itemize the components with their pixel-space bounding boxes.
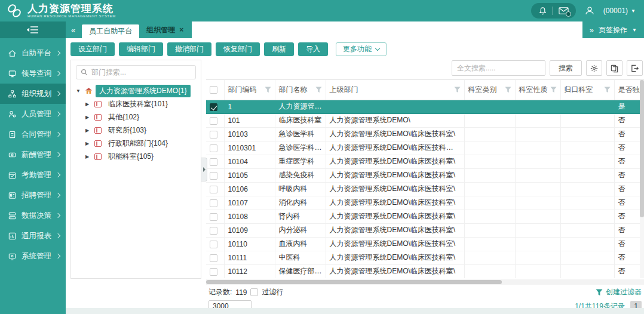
row-checkbox[interactable] <box>210 172 217 180</box>
fulltext-search-input[interactable] <box>452 60 545 76</box>
sidebar-item-contract[interactable]: 合同管理 <box>0 124 66 144</box>
col-dept-category[interactable]: 科室类别 <box>464 80 515 100</box>
caret-down-icon[interactable]: ▼ <box>76 88 82 94</box>
col-dept-code[interactable]: 部门编码 <box>224 80 275 100</box>
col-dept-nature[interactable]: 科室性质 <box>515 80 560 100</box>
row-checkbox[interactable] <box>210 186 217 193</box>
filter-funnel-icon[interactable] <box>550 87 557 93</box>
edit-dept-button[interactable]: 编辑部门 <box>119 42 163 56</box>
sidebar-item-leader-query[interactable]: 领导查询 <box>0 63 66 84</box>
table-row[interactable]: 10112 保健医疗部/老... 人力资源管理系统DEMO\临床医技科室\ 否 <box>206 264 644 278</box>
table-row[interactable]: 10104 重症医学科 人力资源管理系统DEMO\临床医技科室\ 否 <box>206 155 644 168</box>
horizontal-scrollbar-thumb[interactable] <box>206 280 502 284</box>
vertical-scrollbar-thumb[interactable] <box>640 80 644 217</box>
tabs-overflow-icon[interactable]: » <box>590 26 594 35</box>
refresh-button[interactable]: 刷新 <box>264 42 294 56</box>
table-row[interactable]: 1 人力资源管理... 是 <box>206 100 644 113</box>
caret-right-icon[interactable]: ▶ <box>85 128 91 133</box>
import-button[interactable]: 导入 <box>298 42 328 56</box>
tree-node-institute[interactable]: ▶ 研究所{103} <box>71 124 201 137</box>
row-checkbox[interactable] <box>210 268 217 276</box>
filter-funnel-icon[interactable] <box>604 87 611 93</box>
row-checkbox[interactable] <box>210 103 217 111</box>
user-icon[interactable] <box>584 5 595 16</box>
app-title: 人力资源管理系统 <box>27 4 116 14</box>
tab-organization-management[interactable]: 组织管理 × <box>144 23 186 36</box>
caret-right-icon[interactable]: ▶ <box>85 115 91 120</box>
sidebar-item-data-decision[interactable]: 数据决策 <box>0 205 66 226</box>
export-button[interactable] <box>627 60 643 76</box>
table-row[interactable]: 10110 血液内科 人力资源管理系统DEMO\临床医技科室\ 否 <box>206 237 644 251</box>
sidebar-item-attendance[interactable]: 考勤管理 <box>0 165 66 185</box>
tree-node-admin[interactable]: ▶ 行政职能部门{104} <box>71 137 201 150</box>
more-functions-button[interactable]: 更多功能 <box>336 42 387 56</box>
row-checkbox[interactable] <box>210 213 217 221</box>
col-parent-dept[interactable]: 上级部门 <box>326 80 464 100</box>
dept-search-input[interactable] <box>91 68 191 76</box>
table-row[interactable]: 10106 呼吸内科 人力资源管理系统DEMO\临床医技科室\ 否 <box>206 182 644 196</box>
home-icon <box>8 49 17 58</box>
tree-node-functional[interactable]: ▶ 职能科室{105} <box>71 150 201 163</box>
row-checkbox[interactable] <box>210 117 217 125</box>
cell-nature <box>515 210 560 223</box>
table-row[interactable]: 10103 急诊医学科 人力资源管理系统DEMO\临床医技科室\ 否 <box>206 127 644 141</box>
copy-button[interactable] <box>606 60 622 76</box>
row-checkbox[interactable] <box>210 131 217 138</box>
filter-funnel-icon[interactable] <box>265 87 271 93</box>
close-icon[interactable]: × <box>179 26 183 34</box>
revoke-dept-button[interactable]: 撤消部门 <box>167 42 211 56</box>
col-dept-name[interactable]: 部门名称 <box>275 80 326 100</box>
tab-employee-self-service[interactable]: 员工自助平台 <box>82 24 139 38</box>
row-checkbox[interactable] <box>210 241 217 248</box>
tabs-scroll-left-icon[interactable]: « <box>69 26 77 35</box>
row-checkbox[interactable] <box>210 254 217 262</box>
caret-right-icon[interactable]: ▶ <box>85 101 91 107</box>
row-checkbox[interactable] <box>210 158 217 166</box>
table-row[interactable]: 10109 内分泌科 人力资源管理系统DEMO\临床医技科室\ 否 <box>206 223 644 237</box>
table-row[interactable]: 10111 中医科 人力资源管理系统DEMO\临床医技科室\ 否 <box>206 251 644 264</box>
row-checkbox[interactable] <box>210 199 217 207</box>
grid-footer-row1: 记录数: 119 过滤行 创建过滤器 <box>206 285 644 299</box>
cell-name: 呼吸内科 <box>275 182 326 196</box>
row-checkbox[interactable] <box>210 227 217 235</box>
restore-dept-button[interactable]: 恢复部门 <box>216 42 260 56</box>
sidebar-item-self-service[interactable]: 自助平台 <box>0 43 66 63</box>
table-row[interactable]: 1010301 急诊医学科(鉴... 人力资源管理系统DEMO\临床医技科室\急… <box>206 141 644 155</box>
cell-code: 10103 <box>224 127 275 141</box>
col-belong-dept[interactable]: 归口科室 <box>560 80 614 100</box>
sidebar-collapse-button[interactable] <box>0 21 66 38</box>
tab-actions-button[interactable]: 页签操作 <box>599 25 627 35</box>
search-button[interactable]: 搜索 <box>550 60 582 76</box>
table-row[interactable]: 101 临床医技科室 人力资源管理系统DEMO\ 否 <box>206 113 644 127</box>
tree-node-clinical[interactable]: ▶ 临床医技科室{101} <box>71 97 201 110</box>
create-dept-button[interactable]: 设立部门 <box>70 42 115 56</box>
sidebar-item-personnel[interactable]: 人员管理 <box>0 104 66 124</box>
filter-row-checkbox[interactable] <box>250 288 258 296</box>
cell-select <box>206 182 224 196</box>
user-dropdown[interactable]: (00001) ▼ <box>603 7 636 15</box>
sidebar-item-org-planning[interactable]: 组织规划 <box>0 84 66 104</box>
tree-node-root[interactable]: ▼ 人力资源管理系统DEMO{1} <box>71 84 201 97</box>
sidebar-item-salary[interactable]: 薪酬管理 <box>0 144 66 165</box>
caret-right-icon[interactable]: ▶ <box>85 141 91 146</box>
bell-icon[interactable] <box>538 7 547 16</box>
mail-icon[interactable] <box>559 7 569 15</box>
filter-funnel-icon[interactable] <box>454 87 461 93</box>
select-all-checkbox[interactable] <box>210 86 217 94</box>
create-filter-button[interactable]: 创建过滤器 <box>596 287 642 297</box>
caret-right-icon[interactable]: ▶ <box>85 154 91 159</box>
sidebar-item-system[interactable]: 系统管理 <box>0 246 66 266</box>
filter-funnel-icon[interactable] <box>315 87 322 93</box>
chevron-right-icon <box>56 254 60 258</box>
cell-code: 10106 <box>224 182 275 196</box>
chevron-right-icon <box>56 193 60 198</box>
filter-funnel-icon[interactable] <box>505 87 511 93</box>
table-row[interactable]: 10105 感染免疫科 人力资源管理系统DEMO\临床医技科室\ 否 <box>206 168 644 182</box>
row-checkbox[interactable] <box>210 144 217 152</box>
sidebar-item-reports[interactable]: 通用报表 <box>0 226 66 246</box>
table-row[interactable]: 10108 肾内科 人力资源管理系统DEMO\临床医技科室\ 否 <box>206 210 644 223</box>
table-row[interactable]: 10107 消化内科 人力资源管理系统DEMO\临床医技科室\ 否 <box>206 196 644 210</box>
sidebar-item-recruitment[interactable]: 招聘管理 <box>0 185 66 205</box>
settings-gear-button[interactable] <box>586 60 602 76</box>
tree-node-other[interactable]: ▶ 其他{102} <box>71 110 201 124</box>
